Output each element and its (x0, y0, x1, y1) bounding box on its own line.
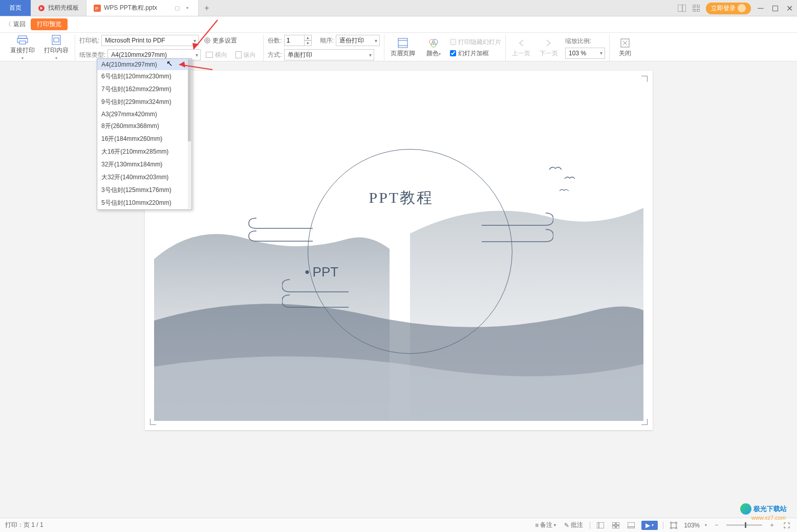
tab-bar: 首页 找稻壳模板 P WPS PPT教程.pptx ▢ • + 立即登录 ─ ✕ (0, 0, 797, 16)
paper-option[interactable]: 32开(130mmx184mm) (97, 158, 191, 171)
comments-button[interactable]: ✎批注 (563, 521, 585, 529)
tab-new-button[interactable]: + (199, 0, 215, 16)
svg-rect-14 (54, 38, 59, 42)
svg-rect-17 (398, 38, 407, 48)
comments-icon: ✎ (564, 522, 569, 529)
tab-template[interactable]: 找稻壳模板 (31, 0, 87, 16)
layout-icon[interactable] (677, 4, 686, 13)
close-preview-button[interactable]: 关闭 (614, 38, 636, 58)
zoom-in-button[interactable]: ＋ (767, 521, 777, 529)
svg-marker-27 (179, 61, 185, 68)
order-label: 顺序: (320, 36, 334, 45)
login-button[interactable]: 立即登录 (706, 3, 751, 14)
mode-select[interactable]: 单面打印 (284, 49, 374, 60)
svg-rect-30 (612, 522, 615, 525)
view-normal-icon[interactable] (595, 522, 606, 528)
status-bar: 打印：页 1 / 1 ≡备注▾ ✎批注 ▶▾ 103%▾ － ＋ (0, 518, 797, 532)
printer-label: 打印机: (79, 36, 99, 45)
color-button[interactable]: 颜色▾ (422, 38, 445, 58)
print-preview-pill[interactable]: 打印预览 (31, 18, 68, 30)
svg-rect-9 (772, 6, 778, 11)
color-icon (428, 38, 439, 48)
copies-spinner[interactable]: ▲▼ (284, 35, 312, 46)
paper-type-label: 纸张类型: (79, 51, 105, 59)
paper-option[interactable]: 16开(184mmx260mm) (97, 133, 191, 145)
zoom-label: 缩放比例: (565, 37, 605, 46)
zoom-select[interactable]: 103 % (565, 48, 605, 59)
page-counter: 打印：页 1 / 1 (5, 521, 44, 529)
tab-close-icon[interactable]: • (184, 5, 191, 12)
watermark: 极光下载站 www.xz7.com (740, 503, 787, 515)
tab-file[interactable]: P WPS PPT教程.pptx ▢ • (87, 0, 199, 16)
page-icon (51, 35, 62, 45)
svg-rect-5 (693, 5, 695, 7)
chevron-left-icon: 〈 (5, 20, 11, 29)
play-icon: ▶ (645, 522, 650, 529)
slide-frame-checkbox[interactable]: 幻灯片加框 (450, 49, 501, 58)
order-select[interactable]: 逐份打印 (336, 35, 380, 46)
crumb-bar: 〈 返回 打印预览 (0, 16, 797, 33)
paper-option[interactable]: 7号信封(162mmx229mm) (97, 83, 191, 96)
portrait-button[interactable]: 纵向 (232, 50, 259, 60)
cloud-icon (282, 274, 359, 315)
cloud-icon (246, 213, 318, 249)
close-icon (619, 38, 631, 48)
paper-option[interactable]: 3号信封(125mmx176mm) (97, 184, 191, 197)
window-close-icon[interactable]: ✕ (785, 4, 794, 13)
fullscreen-icon[interactable] (782, 522, 792, 529)
header-footer-button[interactable]: 页眉页脚 (389, 38, 417, 58)
back-button[interactable]: 〈 返回 (5, 20, 26, 29)
copies-input[interactable] (284, 35, 305, 46)
paper-type-dropdown[interactable]: A4(210mmx297mm) 6号信封(120mmx230mm) 7号信封(1… (97, 58, 192, 210)
paper-option[interactable]: A3(297mmx420mm) (97, 109, 191, 120)
svg-marker-25 (192, 43, 199, 49)
mode-label: 方式: (268, 51, 282, 59)
paper-option[interactable]: 大32开(140mmx203mm) (97, 171, 191, 184)
window-maximize-icon[interactable] (770, 4, 780, 13)
svg-rect-13 (52, 35, 60, 45)
paper-option[interactable]: 大16开(210mmx285mm) (97, 145, 191, 158)
spin-up-icon[interactable]: ▲ (305, 35, 312, 40)
fit-icon[interactable] (669, 522, 679, 529)
dropdown-scrollbar[interactable] (188, 59, 191, 209)
notes-button[interactable]: ≡备注▾ (533, 521, 557, 529)
slide-title: PPT教程 (369, 187, 434, 208)
view-reading-icon[interactable] (626, 522, 636, 528)
watermark-logo-icon (740, 503, 751, 515)
decorative-circle (308, 149, 512, 354)
print-content-button[interactable]: 打印内容▾ (42, 35, 71, 60)
printer-icon (17, 35, 28, 45)
avatar-icon (738, 4, 746, 12)
svg-rect-8 (697, 9, 700, 12)
bird-icon (558, 187, 570, 193)
paper-option[interactable]: 5号信封(110mmx220mm) (97, 197, 191, 209)
spin-down-icon[interactable]: ▼ (305, 40, 312, 46)
svg-rect-34 (628, 522, 635, 528)
slide-content: PPT教程 •PPT (154, 80, 643, 421)
paper-option[interactable]: 8开(260mmx368mm) (97, 120, 191, 133)
window-minimize-icon[interactable]: ─ (756, 4, 765, 13)
printer-select[interactable]: Microsoft Print to PDF (101, 35, 199, 46)
portrait-icon (235, 51, 242, 58)
zoom-slider[interactable] (726, 524, 762, 526)
tab-home[interactable]: 首页 (0, 0, 31, 16)
print-hidden-checkbox: 打印隐藏幻灯片 (450, 38, 501, 47)
svg-rect-36 (671, 523, 676, 528)
annotation-arrow-icon (189, 17, 220, 53)
preview-page: PPT教程 •PPT (145, 71, 653, 430)
next-page-button: 下一页 (537, 38, 560, 58)
slideshow-button[interactable]: ▶▾ (641, 521, 658, 530)
paper-option[interactable]: 9号信封(229mmx324mm) (97, 96, 191, 109)
svg-rect-12 (19, 41, 26, 44)
annotation-arrow-icon (174, 60, 215, 73)
apps-icon[interactable] (692, 4, 701, 13)
view-sorter-icon[interactable] (611, 522, 621, 528)
tab-menu-icon[interactable]: ▢ (174, 5, 181, 12)
svg-rect-3 (678, 5, 686, 12)
svg-rect-7 (693, 9, 695, 12)
prev-page-button: 上一页 (510, 38, 532, 58)
bird-icon (548, 164, 563, 172)
zoom-out-button[interactable]: － (712, 521, 721, 529)
svg-rect-10 (18, 36, 27, 38)
direct-print-button[interactable]: 直接打印▾ (8, 35, 37, 60)
